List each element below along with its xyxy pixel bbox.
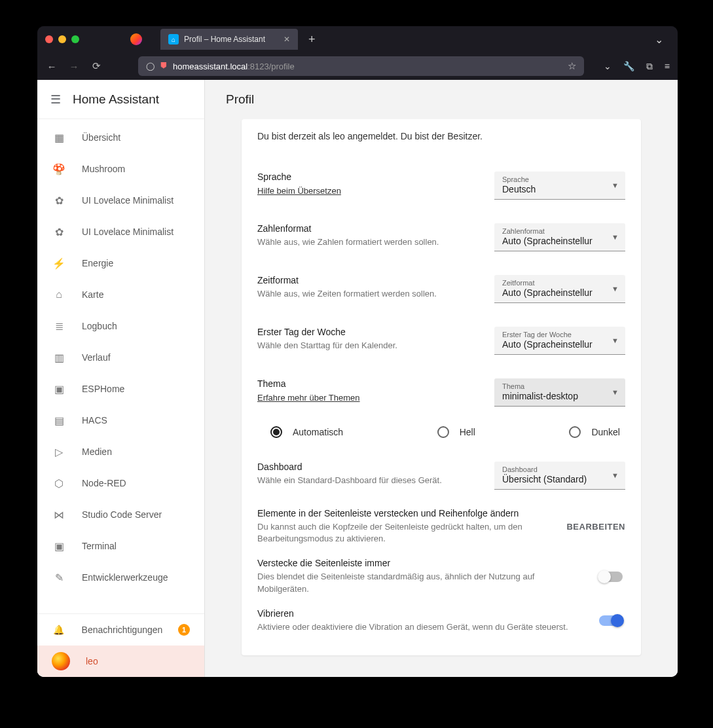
browser-tab[interactable]: ⌂ Profil – Home Assistant ✕ bbox=[160, 29, 298, 50]
sidebar-item-overview[interactable]: ▦Übersicht bbox=[37, 122, 204, 153]
sidebar-item-label: Logbuch bbox=[82, 321, 117, 331]
sidebar-item-esphome[interactable]: ▣ESPHome bbox=[37, 373, 204, 405]
vibrate-switch[interactable] bbox=[599, 615, 623, 626]
new-tab-button[interactable]: + bbox=[302, 33, 322, 46]
pocket-icon[interactable]: ⌄ bbox=[604, 61, 612, 72]
forward-button[interactable]: → bbox=[67, 61, 81, 72]
close-tab-icon[interactable]: ✕ bbox=[283, 35, 290, 44]
sidebar-item-profile[interactable]: leo bbox=[37, 646, 204, 677]
radio-icon bbox=[270, 426, 282, 438]
sidebar-item-logbook[interactable]: ≣Logbuch bbox=[37, 310, 204, 342]
maximize-window-icon[interactable] bbox=[71, 35, 79, 43]
chip-icon: ▣ bbox=[52, 383, 66, 395]
sidebar-item-label: Energie bbox=[82, 258, 113, 268]
minimize-window-icon[interactable] bbox=[58, 35, 66, 43]
sidebar-item-notifications[interactable]: 🔔 Benachrichtigungen 1 bbox=[37, 614, 204, 646]
back-button[interactable]: ← bbox=[45, 61, 58, 72]
theme-select[interactable]: Thema minimalist-desktop ▼ bbox=[494, 378, 625, 407]
sidebar-item-label: Übersicht bbox=[82, 132, 120, 143]
radio-label: Hell bbox=[460, 427, 475, 437]
row-sidebar-edit: Elemente in der Seitenleiste verstecken … bbox=[257, 501, 625, 551]
radio-light[interactable]: Hell bbox=[437, 426, 475, 438]
tab-overflow-icon[interactable]: ⌄ bbox=[648, 33, 670, 46]
hide-sidebar-title: Verstecke die Seitenleiste immer bbox=[257, 558, 586, 568]
theme-more-link[interactable]: Erfahre mehr über Themen bbox=[257, 393, 360, 403]
sidebar-item-hacs[interactable]: ▤HACS bbox=[37, 405, 204, 436]
profile-card: Du bist derzeit als leo angemeldet. Du b… bbox=[242, 119, 641, 655]
switch-knob bbox=[611, 614, 624, 627]
bookmark-icon[interactable]: ☆ bbox=[568, 60, 576, 72]
radio-icon bbox=[569, 426, 581, 438]
menu-icon[interactable]: ≡ bbox=[665, 61, 670, 72]
sidebar-item-lovelace-2[interactable]: ✿UI Lovelace Minimalist bbox=[37, 216, 204, 247]
sidebar-item-media[interactable]: ▷Medien bbox=[37, 436, 204, 467]
sidebar-item-vscode[interactable]: ⋈Studio Code Server bbox=[37, 499, 204, 530]
toolbar-icons: ⌄ 🔧 ⧉ ≡ bbox=[604, 61, 670, 72]
row-language: Sprache Hilfe beim Übersetzen Sprache De… bbox=[257, 160, 625, 211]
shield-icon[interactable]: ◯ bbox=[146, 62, 155, 71]
sidebar-item-history[interactable]: ▥Verlauf bbox=[37, 342, 204, 373]
row-vibrate: Vibrieren Aktiviere oder deaktiviere die… bbox=[257, 602, 625, 640]
sidebar-item-label: HACS bbox=[82, 415, 107, 426]
number-format-select[interactable]: Zahlenformat Auto (Spracheinstellur ▼ bbox=[494, 223, 625, 251]
sidebar-item-label: UI Lovelace Minimalist bbox=[82, 195, 174, 206]
hide-sidebar-switch[interactable] bbox=[599, 572, 623, 582]
theme-title: Thema bbox=[257, 378, 481, 389]
first-day-select[interactable]: Erster Tag der Woche Auto (Spracheinstel… bbox=[494, 327, 625, 355]
flower-icon: ✿ bbox=[52, 226, 66, 238]
main-scroll[interactable]: Du bist derzeit als leo angemeldet. Du b… bbox=[205, 119, 678, 677]
dashboard-select[interactable]: Dashboard Übersicht (Standard) ▼ bbox=[494, 462, 625, 490]
dashboard-desc: Wähle ein Standard-Dashboard für dieses … bbox=[257, 475, 481, 486]
edit-button[interactable]: BEARBEITEN bbox=[566, 522, 625, 532]
store-icon: ▤ bbox=[52, 414, 66, 427]
time-format-select[interactable]: Zeitformat Auto (Spracheinstellur ▼ bbox=[494, 275, 625, 303]
select-label: Erster Tag der Woche bbox=[502, 331, 606, 338]
chevron-down-icon: ▼ bbox=[612, 388, 619, 396]
sidebar-item-label: Studio Code Server bbox=[82, 509, 162, 520]
wrench-icon[interactable]: 🔧 bbox=[623, 61, 634, 72]
chevron-down-icon: ▼ bbox=[612, 471, 619, 479]
sidebar-item-devtools[interactable]: ✎Entwicklerwerkzeuge bbox=[37, 562, 204, 593]
sidebar-item-map[interactable]: ⌂Karte bbox=[37, 279, 204, 310]
browser-window: ⌂ Profil – Home Assistant ✕ + ⌄ ← → ⟳ ◯ … bbox=[37, 26, 678, 677]
select-label: Sprache bbox=[502, 175, 606, 183]
app: ☰ Home Assistant ▦Übersicht 🍄Mushroom ✿U… bbox=[37, 80, 678, 677]
main: Profil Du bist derzeit als leo angemelde… bbox=[205, 80, 678, 677]
dashboard-icon: ▦ bbox=[52, 132, 66, 144]
url-bar[interactable]: ◯ ⛊ homeassistant.local:8123/profile ☆ bbox=[138, 56, 584, 76]
radio-auto[interactable]: Automatisch bbox=[270, 426, 343, 438]
select-label: Zeitformat bbox=[502, 279, 606, 287]
language-select[interactable]: Sprache Deutsch ▼ bbox=[494, 172, 625, 200]
list-icon: ≣ bbox=[52, 320, 66, 333]
sidebar-item-nodered[interactable]: ⬡Node-RED bbox=[37, 467, 204, 499]
sidebar-item-label: leo bbox=[86, 656, 98, 666]
extensions-icon[interactable]: ⧉ bbox=[646, 61, 653, 72]
switch-knob bbox=[598, 570, 611, 583]
tab-bar: ⌂ Profil – Home Assistant ✕ + bbox=[160, 29, 642, 50]
radio-dark[interactable]: Dunkel bbox=[569, 426, 620, 438]
home-assistant-favicon: ⌂ bbox=[168, 34, 179, 45]
lock-icon[interactable]: ⛊ bbox=[160, 62, 168, 71]
play-icon: ▷ bbox=[52, 446, 66, 458]
sidebar-title: Home Assistant bbox=[73, 92, 159, 107]
sidebar-collapse-icon[interactable]: ☰ bbox=[50, 92, 61, 107]
sidebar-edit-desc: Du kannst auch die Kopfzeile der Seitenl… bbox=[257, 521, 553, 545]
window-controls bbox=[45, 35, 79, 43]
translate-help-link[interactable]: Hilfe beim Übersetzen bbox=[257, 186, 341, 196]
mushroom-icon: 🍄 bbox=[52, 163, 66, 175]
sidebar-item-lovelace-1[interactable]: ✿UI Lovelace Minimalist bbox=[37, 185, 204, 216]
chevron-down-icon: ▼ bbox=[612, 233, 619, 241]
select-value: Übersicht (Standard) bbox=[502, 474, 587, 484]
sidebar-item-label: Benachrichtigungen bbox=[82, 625, 163, 635]
language-title: Sprache bbox=[257, 172, 481, 182]
sidebar-item-energy[interactable]: ⚡Energie bbox=[37, 247, 204, 279]
sidebar-item-mushroom[interactable]: 🍄Mushroom bbox=[37, 153, 204, 185]
firefox-icon bbox=[130, 33, 142, 45]
reload-button[interactable]: ⟳ bbox=[90, 60, 103, 72]
titlebar: ⌂ Profil – Home Assistant ✕ + ⌄ bbox=[37, 26, 678, 52]
sidebar-item-label: Mushroom bbox=[82, 164, 125, 174]
row-number-format: Zahlenformat Wähle aus, wie Zahlen forma… bbox=[257, 211, 625, 263]
sidebar-item-terminal[interactable]: ▣Terminal bbox=[37, 530, 204, 562]
close-window-icon[interactable] bbox=[45, 35, 53, 43]
select-value: Deutsch bbox=[502, 184, 536, 194]
